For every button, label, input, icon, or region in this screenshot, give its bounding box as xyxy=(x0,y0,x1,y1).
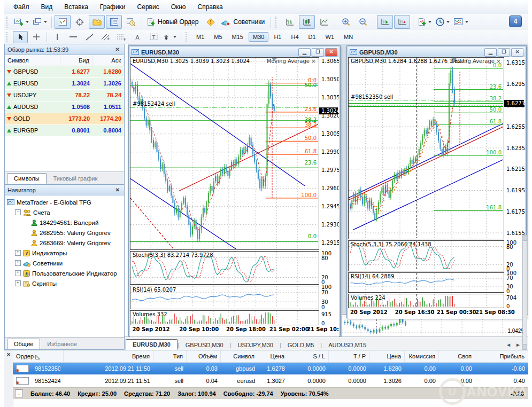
chart-window-titlebar[interactable]: GBPUSD,M30 ▁ ❐ ✕ xyxy=(348,47,525,57)
nav-item-scripts[interactable]: +Скрипты xyxy=(5,278,124,288)
vertical-scrollbar[interactable] xyxy=(522,235,527,350)
timeframe-button-H4[interactable]: H4 xyxy=(287,32,303,42)
minimize-button[interactable]: ▁ xyxy=(298,48,311,57)
new-order-button[interactable]: Новый Ордер xyxy=(145,15,202,29)
collapse-icon[interactable]: - xyxy=(15,209,21,215)
close-icon[interactable]: ✕ xyxy=(4,350,13,357)
fibonacci-tool-button[interactable]: F xyxy=(114,31,129,43)
trendline-tool-button[interactable] xyxy=(82,31,97,43)
orders-column-header-11[interactable]: Прибыль xyxy=(475,350,528,362)
navigator-titlebar[interactable]: Навигатор ✕ xyxy=(5,185,124,195)
scroll-up-arrow[interactable] xyxy=(523,236,527,241)
orders-column-header-10[interactable]: Своп xyxy=(439,350,475,362)
timeframe-button-M5[interactable]: M5 xyxy=(210,32,226,42)
bar-chart-mode-button[interactable] xyxy=(282,15,298,29)
timeframe-button-M30[interactable]: M30 xyxy=(249,32,268,42)
market-watch-tab-1[interactable]: Тиковый график xyxy=(47,173,105,184)
menu-item-Графики[interactable]: Графики xyxy=(94,1,132,13)
menu-item-Окно[interactable]: Окно xyxy=(165,1,192,13)
orders-column-header-8[interactable]: Цена xyxy=(369,350,405,362)
nav-item-custom-indicators[interactable]: +fПользовательские Индикатор xyxy=(5,268,124,278)
cursor-tool-button[interactable] xyxy=(13,31,28,43)
nav-item-account[interactable]: 184294561: Валерий xyxy=(5,217,124,228)
market-watch-row[interactable]: GOLD1773.201774.20 xyxy=(5,113,124,125)
timeframe-button-D1[interactable]: D1 xyxy=(304,32,320,42)
market-watch-row[interactable]: GBPUSD1.62771.6280 xyxy=(5,66,124,78)
line-chart-mode-button[interactable] xyxy=(316,15,332,29)
chart-canvas-eurusd[interactable]: 1.30651.30501.30351.30201.30051.29901.29… xyxy=(130,57,339,337)
nav-item-root[interactable]: MetaTrader - E-Global TFG xyxy=(5,197,124,207)
close-button[interactable]: ✕ xyxy=(511,48,523,57)
column-header-0[interactable]: Символ xyxy=(5,55,60,66)
arrows-tool-button[interactable] xyxy=(162,31,178,43)
chart-window-eurusd[interactable]: EURUSD,M30 ▁ ❐ ✕ 1.30651.30501.30351.302… xyxy=(128,45,341,336)
text-tool-button[interactable]: A xyxy=(130,31,145,43)
market-watch-row[interactable]: EURGBP0.80010.8004 xyxy=(5,125,124,137)
chart-tab-GBPUSDM30[interactable]: GBPUSD,M30 xyxy=(179,340,230,350)
templates-button[interactable] xyxy=(452,15,470,29)
menu-item-Справка[interactable]: Справка xyxy=(192,1,229,13)
timeframe-button-M15[interactable]: M15 xyxy=(228,32,248,42)
toolbar-grip[interactable] xyxy=(6,32,10,42)
orders-column-header-4[interactable]: Символ xyxy=(221,350,258,362)
orders-column-header-0[interactable]: Ордер ◺ xyxy=(13,350,64,362)
indicators-button[interactable] xyxy=(416,15,433,29)
notification-badge[interactable]: 4 xyxy=(509,15,522,27)
orders-column-header-1[interactable]: Время xyxy=(64,350,153,362)
market-watch-tab-0[interactable]: Символы xyxy=(7,173,47,184)
market-watch-row[interactable]: AUDUSD1.05081.0511 xyxy=(5,101,124,113)
menu-item-Сервис[interactable]: Сервис xyxy=(132,1,165,13)
expand-icon[interactable]: + xyxy=(15,270,21,276)
tab-scroll-right-icon[interactable]: ► xyxy=(515,342,521,348)
terminal-toggle-button[interactable] xyxy=(106,15,122,29)
column-header-2[interactable]: Аск xyxy=(92,55,124,66)
data-window-button[interactable] xyxy=(72,15,88,29)
close-icon[interactable]: ✕ xyxy=(114,46,121,52)
text-label-tool-button[interactable]: T xyxy=(146,31,161,43)
expand-icon[interactable]: + xyxy=(15,250,21,256)
order-row[interactable]: 981524242012.09.21 11:51sell0.04eurusd1.… xyxy=(13,375,528,387)
column-header-1[interactable]: Бид xyxy=(60,55,92,66)
orders-column-header-7[interactable]: T / P xyxy=(329,350,369,362)
new-chart-button[interactable] xyxy=(13,15,30,29)
chart-window-gbpusd[interactable]: GBPUSD,M30 ▁ ❐ ✕ 1.63151.62951.62751.625… xyxy=(346,45,527,318)
restore-button[interactable]: ❐ xyxy=(498,48,510,57)
scroll-down-arrow[interactable] xyxy=(523,344,527,349)
expand-icon[interactable]: + xyxy=(15,280,21,286)
metaeditor-button[interactable]: ! xyxy=(203,15,219,29)
zoom-out-button[interactable] xyxy=(355,15,371,29)
toolbar-grip[interactable] xyxy=(6,17,10,28)
zoom-in-button[interactable] xyxy=(338,15,354,29)
close-button[interactable]: ✕ xyxy=(325,48,337,57)
orders-column-header-3[interactable]: Объём xyxy=(187,350,221,362)
chart-tab-EURUSDM30[interactable]: EURUSD,M30 xyxy=(126,339,178,350)
market-watch-toggle-button[interactable] xyxy=(55,15,71,29)
channel-tool-button[interactable]: E xyxy=(98,31,113,43)
nav-item-account[interactable]: 2682955: Valeriy Grigorev xyxy=(5,228,124,238)
timeframe-button-W1[interactable]: W1 xyxy=(321,32,339,42)
chart-shift-button[interactable] xyxy=(394,15,410,29)
auto-scroll-button[interactable] xyxy=(377,15,393,29)
nav-item-indicators[interactable]: +fИндикаторы xyxy=(5,248,124,258)
expert-advisors-button[interactable]: Советники xyxy=(220,15,268,29)
nav-item-account[interactable]: 2683669: Valeriy Grigorev xyxy=(5,238,124,248)
timeframe-button-H1[interactable]: H1 xyxy=(269,32,286,42)
candlestick-mode-button[interactable] xyxy=(299,15,315,29)
navigator-tab-0[interactable]: Общие xyxy=(7,339,40,349)
orders-column-header-5[interactable]: Цена xyxy=(258,350,288,362)
minimize-button[interactable]: ▁ xyxy=(484,48,497,57)
chart-canvas-gbpusd[interactable]: 1.63151.62951.62751.62551.62351.62151.61… xyxy=(348,57,525,319)
market-watch-row[interactable]: EURUSD1.30241.3026 xyxy=(5,78,124,90)
orders-column-header-2[interactable]: Тип xyxy=(153,350,187,362)
navigator-tab-1[interactable]: Избранное xyxy=(40,339,84,349)
profiles-button[interactable] xyxy=(32,15,49,29)
chart-window-titlebar[interactable]: EURUSD,M30 ▁ ❐ ✕ xyxy=(130,47,339,57)
nav-item-experts[interactable]: +Советники xyxy=(5,258,124,268)
menu-item-Вид[interactable]: Вид xyxy=(35,1,59,13)
chart-tab-USDJPYM30[interactable]: USDJPY,M30 xyxy=(232,340,280,350)
toolbar-grip[interactable] xyxy=(186,32,189,42)
periods-button[interactable] xyxy=(434,15,451,29)
nav-item-accounts[interactable]: -Счета xyxy=(5,207,124,217)
market-watch-titlebar[interactable]: Обзор рынка: 11:53:39 ✕ xyxy=(5,44,124,55)
chart-tab-AUDUSDM15[interactable]: AUDUSD,M15 xyxy=(322,340,373,350)
